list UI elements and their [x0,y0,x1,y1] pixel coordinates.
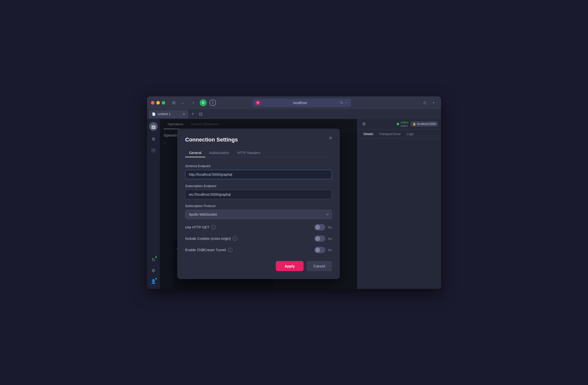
extension-icon[interactable]: ℹ [210,100,216,106]
sidebar-toggle-chevron[interactable]: ⌄ [179,99,186,106]
enable-chillicream-row: Enable ChilliCream Tunnel i No [185,247,332,253]
schema-endpoint-group: Schema Endpoint [185,164,332,179]
sidebar-item-settings[interactable]: ⚙ [149,266,158,275]
url-display: localhost [262,101,338,105]
tab-file-icon: 📄 [152,113,156,116]
address-actions: ↻ ··· [340,100,348,105]
use-http-get-value: No [328,226,332,229]
title-bar-right: ⎙ + [421,99,437,106]
more-icon[interactable]: ··· [345,100,348,105]
status-text-block: online status [401,121,408,127]
settings-icon[interactable]: ⚙ [360,120,367,127]
include-cookies-toggle[interactable] [315,235,325,242]
include-cookies-row: Include Cookies (cross-origin) i No [185,235,332,242]
sync-badge [155,256,157,258]
right-tab-details[interactable]: Details [360,129,376,139]
schema-endpoint-label: Schema Endpoint [185,164,332,168]
use-http-get-toggle[interactable] [315,224,325,230]
right-header: ⚙ online status 🔒 localhost:5000 [357,119,441,129]
sidebar-item-pages[interactable]: ⧉ [149,135,158,144]
modal-title: Connection Settings [185,136,332,143]
favicon: ⚡ [256,101,260,105]
connection-settings-modal: Connection Settings ✕ General Authorizat… [177,129,340,279]
status-label: status [401,124,408,127]
enable-chillicream-toggle[interactable] [315,247,325,253]
sidebar-item-profile[interactable]: 👤 [149,277,158,286]
include-cookies-label: Include Cookies (cross-origin) i [185,236,315,241]
use-http-get-row: Use HTTP GET i No [185,224,332,230]
include-cookies-value: No [328,237,332,241]
tab-close-button[interactable]: ✕ [183,112,185,116]
use-http-get-info-icon[interactable]: i [211,225,216,229]
content-panel: Operations Schema Reference Operations 1… [160,119,357,289]
sidebar-toggle-icon[interactable]: ⊞ [170,99,177,106]
close-button[interactable] [151,101,154,105]
modal-tabs: General Authorization HTTP Headers [185,149,332,157]
new-tab-icon[interactable]: + [430,99,437,106]
new-tab-button[interactable]: + [189,111,196,117]
modal-tab-authorization[interactable]: Authorization [205,149,233,157]
sidebar-item-sync[interactable]: ↻ [149,255,158,264]
subscription-protocol-select[interactable]: Apollo WebSocket graphql-ws SSE [185,210,332,219]
share-icon[interactable]: ⎙ [421,99,428,106]
active-tab[interactable]: 📄 untitled 1 ✕ [149,110,188,118]
modal-tab-general[interactable]: General [185,149,205,157]
subscription-endpoint-label: Subscription Endpoint [185,184,332,188]
subscription-protocol-label: Subscription Protocol [185,204,332,208]
sidebar: 🤖 ⧉ ◷ ↻ ⚙ 👤 [147,119,160,289]
modal-overlay: Connection Settings ✕ General Authorizat… [160,119,357,289]
nav-buttons: ‹ [190,99,197,106]
traffic-lights [151,101,165,105]
status-dot [397,123,399,125]
main-content: 🤖 ⧉ ◷ ↻ ⚙ 👤 Operations Schema Refe [147,119,441,289]
endpoint-badge[interactable]: 🔒 localhost:5000 [410,121,438,127]
refresh-icon[interactable]: ↻ [340,100,343,105]
app-logo: 🤖 [149,122,158,131]
subscription-endpoint-input[interactable] [185,190,332,199]
right-tab-transport-error[interactable]: Transport Error [376,129,404,139]
address-bar[interactable]: ⚡ localhost ↻ ··· [253,99,351,107]
tab-bar: 📄 untitled 1 ✕ + ⊟ [147,109,441,119]
sidebar-item-history[interactable]: ◷ [149,146,158,155]
split-tab-button[interactable]: ⊟ [197,111,204,117]
modal-close-button[interactable]: ✕ [327,135,334,141]
modal-footer: Apply Cancel [185,261,332,271]
modal-tab-http-headers[interactable]: HTTP Headers [233,149,264,157]
right-panel: ⚙ online status 🔒 localhost:5000 Details [357,119,441,289]
profile-badge [155,277,157,280]
cancel-button[interactable]: Cancel [307,261,332,271]
right-tabs: Details Transport Error Logs [357,129,441,139]
enable-chillicream-info-icon[interactable]: i [228,248,232,252]
include-cookies-info-icon[interactable]: i [233,236,237,241]
enable-chillicream-label: Enable ChilliCream Tunnel i [185,248,315,252]
grammarly-icon[interactable]: G [200,99,207,106]
status-indicator: online status [397,121,408,127]
browser-window: ⊞ ⌄ ‹ G ℹ ⚡ localhost ↻ ··· ⎙ + 📄 untitl… [147,96,441,289]
schema-endpoint-input[interactable] [185,170,332,179]
online-status: online [401,121,408,124]
enable-chillicream-value: No [328,248,332,252]
minimize-button[interactable] [156,101,160,105]
subscription-endpoint-group: Subscription Endpoint [185,184,332,199]
use-http-get-label: Use HTTP GET i [185,225,315,229]
back-button[interactable]: ‹ [190,99,197,106]
tab-title: untitled 1 [158,112,171,116]
title-bar: ⊞ ⌄ ‹ G ℹ ⚡ localhost ↻ ··· ⎙ + [147,96,441,109]
title-bar-controls: ⊞ ⌄ [170,99,186,106]
right-tab-logs[interactable]: Logs [404,129,416,139]
apply-button[interactable]: Apply [276,261,304,271]
subscription-protocol-group: Subscription Protocol Apollo WebSocket g… [185,204,332,219]
maximize-button[interactable] [162,101,165,105]
